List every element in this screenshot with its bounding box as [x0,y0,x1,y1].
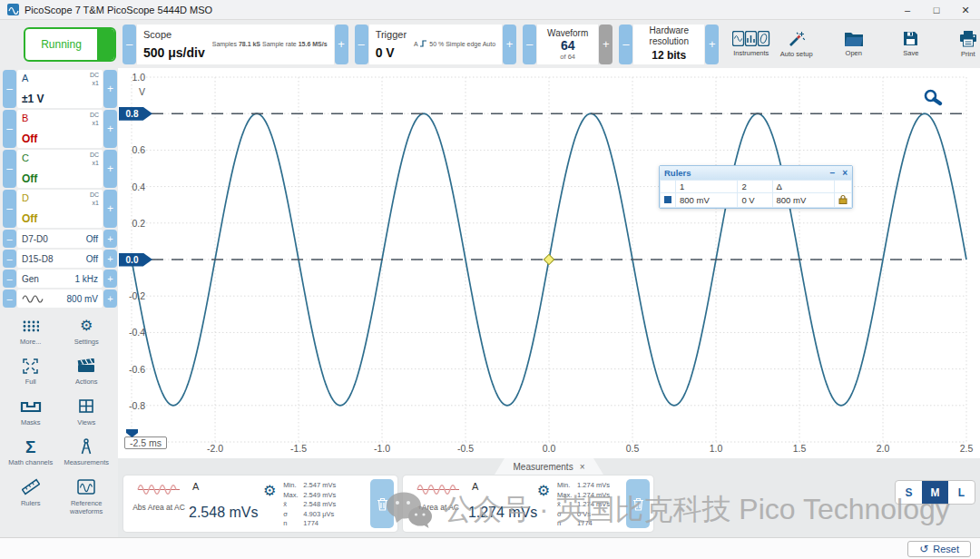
x-axis-tick-label: -2.5 ms [124,436,167,449]
d7-d0-increase-button[interactable]: + [103,230,117,248]
scope-decrease-button[interactable]: – [122,25,136,64]
scope-timebase: 500 μs/div [143,45,205,60]
gear-icon: ⚙ [263,483,276,498]
samples-value: 78.1 kS [239,41,260,47]
ruler-channel-swatch[interactable] [664,196,671,203]
rulers-header-row: 1 2 Δ [661,181,852,193]
waveform-next-button[interactable]: + [599,25,612,64]
measurements-button[interactable]: Measurements [59,437,115,466]
y-axis-tick-label: 0.6 [120,144,145,155]
channel-b-decrease-button[interactable]: – [3,110,16,148]
channel-c-increase-button[interactable]: + [103,150,117,188]
full-view-button[interactable]: Full [3,357,59,386]
math-channels-button[interactable]: Σ Math channels [3,437,59,466]
x-axis-tick-label: -1.5 [279,443,318,454]
instruments-button[interactable]: Instruments [730,31,772,57]
rulers-close-button[interactable]: × [842,166,848,180]
rulers-minimize-button[interactable]: – [830,166,836,180]
trigger-percent: 50 % [429,41,444,47]
resolution-decrease-button[interactable]: – [619,25,632,64]
d15-d8-card[interactable]: D15-D8 Off [17,250,103,268]
tab-measurements[interactable]: Measurements × [495,458,603,475]
scope-label: Scope [143,29,205,40]
minimize-button[interactable]: – [893,0,922,19]
delete-measurement-button[interactable] [626,479,650,528]
gen-amp-increase-button[interactable]: + [103,289,117,308]
trigger-decrease-button[interactable]: – [355,25,368,64]
trigger-source: A [414,41,417,47]
d15-d8-increase-button[interactable]: + [103,250,117,268]
hardware-resolution-card[interactable]: Hardware resolution 12 bits [633,25,704,64]
trigger-card[interactable]: Trigger 0 V A 50 % Simple edge Auto [369,25,502,64]
settings-button[interactable]: ⚙ Settings [59,317,115,346]
waveform-prev-button[interactable]: – [523,25,536,64]
channel-a-card[interactable]: A DCx1 ±1 V [17,70,103,108]
save-button[interactable]: Save [889,31,932,57]
measurement-settings-button[interactable]: ⚙ [263,483,276,528]
d7-d0-decrease-button[interactable]: – [3,230,16,248]
gen-freq-increase-button[interactable]: + [103,270,117,288]
x-axis-tick-label: 0.5 [612,443,652,454]
floppy-disk-icon [903,31,918,46]
more-button[interactable]: More... [3,317,59,346]
close-button[interactable]: ✕ [951,0,980,19]
scope-increase-button[interactable]: + [335,25,348,64]
tab-close-icon[interactable]: × [580,462,585,472]
hardware-resolution-value: 12 bits [640,49,698,62]
channel-b-card[interactable]: B DCx1 Off [17,110,103,148]
trigger-increase-button[interactable]: + [503,25,516,64]
size-large-button[interactable]: L [948,481,975,504]
masks-button[interactable]: Masks [3,397,59,427]
rulers-dialog[interactable]: Rulers – × 1 2 Δ 800 mV 0 V 800 mV [659,165,853,209]
size-medium-button[interactable]: M [922,481,948,504]
channel-c-card[interactable]: C DCx1 Off [17,150,103,188]
title-bar: PicoScope 7 T&M PicoScope 5444D MSO – □ … [0,0,980,20]
reference-waveform-icon [77,479,95,495]
scope-card[interactable]: Scope 500 μs/div Samples 78.1 kS Sample … [137,25,334,64]
rulers-button[interactable]: Rulers [3,478,59,516]
waveform-number: 64 [547,38,588,53]
channel-c-decrease-button[interactable]: – [3,150,16,188]
waveform-view[interactable]: 0.8 0.0 1.00.60.40.2-0.2-0.4-0.6-0.8-1.0… [118,68,980,458]
auto-setup-button[interactable]: Auto setup [775,31,818,58]
reference-waveforms-button[interactable]: Reference waveforms [59,478,115,516]
ruler-col-delta: Δ [772,181,834,193]
waveform-plot[interactable] [118,68,980,458]
rulers-dialog-titlebar[interactable]: Rulers – × [660,166,852,180]
d15-d8-decrease-button[interactable]: – [3,250,16,268]
gen-amp-decrease-button[interactable]: – [3,289,16,308]
measurement-card-pos-area[interactable]: +Area at AC A 1.274 mVs ⚙ Min.1.274 mVs … [403,476,653,532]
actions-button[interactable]: Actions [59,357,115,386]
maximize-button[interactable]: □ [922,0,951,19]
generator-amplitude-card[interactable]: 800 mV [17,289,103,308]
resolution-increase-button[interactable]: + [705,25,719,64]
generator-card[interactable]: Gen 1 kHz [17,270,103,288]
channel-a-increase-button[interactable]: + [103,70,117,108]
ruler-col-1: 1 [676,181,738,193]
reset-button[interactable]: ↺ Reset [907,541,971,557]
channel-d-decrease-button[interactable]: – [3,190,16,228]
measurement-settings-button[interactable]: ⚙ [537,483,550,528]
trash-icon [377,497,388,511]
channel-d-increase-button[interactable]: + [103,190,117,228]
x-axis-tick-label: 1.0 [696,443,736,454]
d7-d0-card[interactable]: D7-D0 Off [17,230,103,248]
open-button[interactable]: Open [832,31,875,57]
x-axis-tick-label: 0.0 [529,443,569,454]
folder-icon [844,31,864,46]
waveform-card[interactable]: Waveform 64 of 64 [537,25,598,64]
measurement-card-abs-area[interactable]: Abs Area at AC A 2.548 mVs ⚙ Min.2.547 m… [123,476,397,532]
channel-d-range: Off [22,212,37,225]
channel-b-increase-button[interactable]: + [103,110,117,148]
channel-a-decrease-button[interactable]: – [3,70,16,108]
views-button[interactable]: Views [59,397,115,427]
zoom-magnifier-button[interactable] [922,88,944,113]
size-small-button[interactable]: S [896,481,922,504]
channel-a-row: – A DCx1 ±1 V + [3,70,117,108]
delete-measurement-button[interactable] [370,479,394,528]
print-button[interactable]: Print [946,31,980,58]
gen-freq-decrease-button[interactable]: – [3,270,16,288]
channel-d-card[interactable]: D DCx1 Off [17,190,103,228]
lock-icon[interactable] [838,194,848,204]
running-button[interactable]: Running [24,27,116,62]
